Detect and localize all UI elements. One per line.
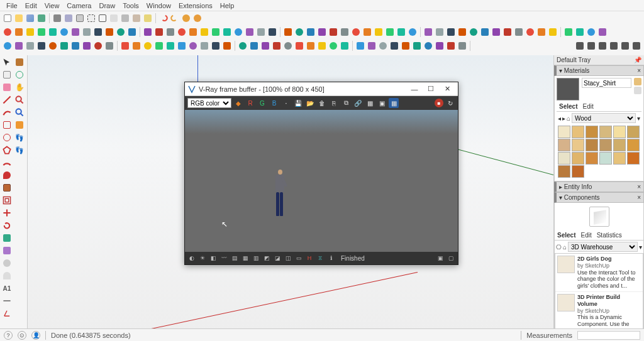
plugin-icon[interactable] <box>514 27 524 37</box>
plugin-icon[interactable] <box>25 41 35 51</box>
material-swatch[interactable] <box>627 139 640 151</box>
plugin-icon[interactable] <box>14 41 24 51</box>
plugin-icon[interactable] <box>597 27 608 37</box>
new-icon[interactable] <box>3 13 13 23</box>
plugin-icon[interactable] <box>586 27 596 37</box>
menu-draw[interactable]: Draw <box>95 2 119 9</box>
zoom-extents-icon[interactable] <box>14 107 25 118</box>
render-toolbar-icon[interactable] <box>620 41 630 51</box>
lut-icon[interactable]: ▥ <box>252 254 260 263</box>
plugin-icon[interactable] <box>536 27 547 37</box>
walk-icon[interactable]: 👣 <box>14 132 25 143</box>
material-swatch[interactable] <box>613 152 626 165</box>
plugin-icon[interactable] <box>446 27 456 37</box>
polygon-icon[interactable] <box>1 144 13 156</box>
home-icon[interactable]: ⌂ <box>567 115 570 122</box>
plugin-icon[interactable] <box>36 27 47 37</box>
plugin-icon[interactable] <box>59 27 69 37</box>
plugin-icon[interactable] <box>188 41 198 51</box>
curves-icon[interactable]: 〰 <box>219 254 228 263</box>
plugin-icon[interactable] <box>385 27 395 37</box>
components-source-select[interactable]: 3D Warehouse <box>568 242 638 252</box>
hidden-icon[interactable] <box>109 13 119 23</box>
eraser-icon[interactable] <box>1 82 13 93</box>
close-icon[interactable]: × <box>637 67 641 74</box>
material-swatch[interactable] <box>627 152 640 165</box>
plugin-icon[interactable] <box>351 27 361 37</box>
plugin-icon[interactable] <box>3 27 13 37</box>
material-collection-select[interactable]: Wood <box>572 113 636 123</box>
plugin-icon[interactable] <box>525 27 535 37</box>
render-toolbar-icon[interactable] <box>631 41 641 51</box>
offset-icon[interactable] <box>1 195 13 206</box>
plugin-icon[interactable] <box>294 41 304 51</box>
plugin-icon[interactable] <box>408 27 418 37</box>
dimension-icon[interactable] <box>1 295 13 306</box>
freehand-icon[interactable] <box>1 107 13 118</box>
vfb-expand-icon[interactable]: ▣ <box>436 254 445 263</box>
plugin-icon[interactable] <box>374 27 384 37</box>
paint-icon[interactable] <box>14 57 25 68</box>
plugin-icon[interactable] <box>165 41 175 51</box>
maximize-button[interactable]: ☐ <box>423 84 439 95</box>
material-swatch[interactable] <box>558 152 570 165</box>
pushpull-icon[interactable] <box>1 182 13 193</box>
plugin-icon[interactable] <box>82 41 92 51</box>
components-list[interactable]: 2D Girls Dogby SketchUpUse the Interact … <box>555 253 643 341</box>
plugin-icon[interactable] <box>36 41 47 51</box>
material-swatch[interactable] <box>586 152 598 165</box>
material-swatch[interactable] <box>572 152 584 165</box>
rectangle-icon[interactable] <box>1 119 13 131</box>
g-channel-button[interactable]: G <box>257 98 267 108</box>
pixel-info-icon[interactable]: ℹ <box>326 254 335 263</box>
protractor-icon[interactable] <box>1 270 13 281</box>
material-swatch[interactable] <box>572 139 584 151</box>
bloom-icon[interactable]: H <box>305 254 314 263</box>
plugin-icon[interactable] <box>283 41 293 51</box>
geolocation-icon[interactable]: ⊙ <box>18 331 26 340</box>
plugin-icon[interactable] <box>378 41 388 51</box>
vfb-titlebar[interactable]: V-Ray frame buffer - [100% of 800 x 450]… <box>185 82 458 96</box>
clear-image-icon[interactable]: 🗑 <box>317 98 327 108</box>
plugin-icon[interactable] <box>491 27 501 37</box>
menu-file[interactable]: File <box>3 2 21 9</box>
menu-icon[interactable]: ▾ <box>637 115 640 122</box>
plugin-icon[interactable] <box>48 41 58 51</box>
load-image-icon[interactable]: 📂 <box>305 98 315 108</box>
scale-icon[interactable] <box>1 232 13 244</box>
tray-pin-icon[interactable]: 📌 <box>634 57 641 63</box>
plugin-icon[interactable] <box>116 27 126 37</box>
close-button[interactable]: ✕ <box>439 84 455 95</box>
copy-icon[interactable]: ⎘ <box>329 98 339 108</box>
menu-icon[interactable]: ▾ <box>639 244 642 251</box>
menu-window[interactable]: Window <box>143 2 175 9</box>
components-tab-edit[interactable]: Edit <box>580 232 591 239</box>
plugin-icon[interactable] <box>423 27 433 37</box>
track-mouse-icon[interactable]: ▣ <box>377 98 387 108</box>
material-swatch[interactable] <box>599 126 612 138</box>
plugin-icon[interactable] <box>367 41 377 51</box>
plugin-icon[interactable] <box>59 41 69 51</box>
move-icon[interactable] <box>1 207 13 219</box>
plugin-icon[interactable] <box>317 27 327 37</box>
vfb-channel-select[interactable]: RGB color <box>187 98 231 108</box>
mono-channel-button[interactable]: · <box>281 98 291 108</box>
plugin-icon[interactable] <box>82 27 92 37</box>
orbit-icon[interactable] <box>14 69 25 80</box>
stop-render-button[interactable]: ■ <box>435 99 443 107</box>
home-icon[interactable]: ⌂ <box>563 244 567 251</box>
plugin-icon[interactable] <box>446 41 456 51</box>
plugin-icon[interactable] <box>260 41 270 51</box>
create-material-icon[interactable] <box>634 78 641 85</box>
plugin-icon[interactable] <box>256 27 266 37</box>
material-swatch[interactable] <box>558 139 570 151</box>
followme-icon[interactable] <box>1 245 13 256</box>
material-swatch[interactable] <box>613 139 626 151</box>
save-image-icon[interactable]: 💾 <box>293 98 303 108</box>
eyedropper-icon[interactable] <box>634 87 641 94</box>
back-icon[interactable]: ◂ <box>558 115 561 122</box>
plugin-icon[interactable] <box>328 41 338 51</box>
texture-icon[interactable] <box>131 13 142 23</box>
plugin-icon[interactable] <box>267 27 277 37</box>
plugin-icon[interactable] <box>412 41 422 51</box>
